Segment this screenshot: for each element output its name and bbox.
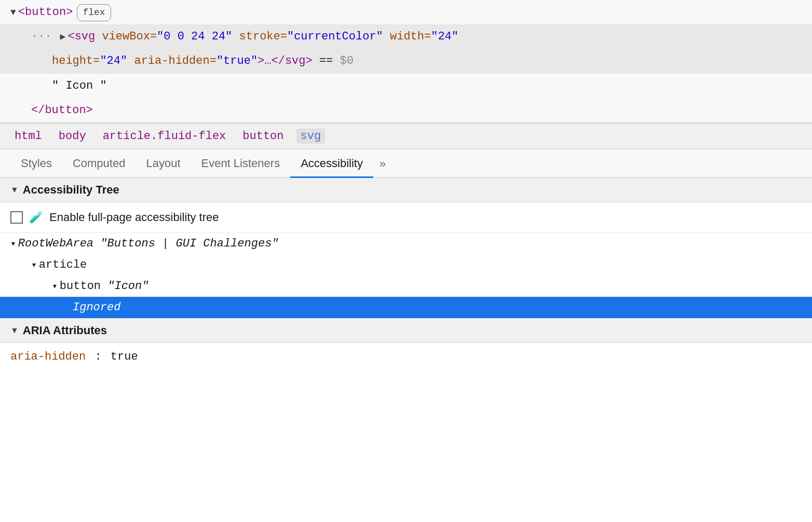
tree-ignored[interactable]: Ignored [0, 297, 812, 318]
flex-badge: flex [77, 4, 111, 21]
tree-button-label: button [60, 280, 101, 293]
attr-stroke: stroke= [239, 28, 287, 46]
tree-chevron-button: ▾ [52, 280, 58, 292]
attr-stroke-value: "currentColor" [287, 28, 383, 46]
breadcrumb-sep-4 [288, 130, 296, 142]
breadcrumb-body[interactable]: body [55, 129, 90, 144]
tag-button-open: <button> [18, 3, 73, 21]
triangle-svg-icon: ▶ [60, 30, 66, 45]
attr-height: height= [52, 52, 100, 70]
tree-root-value: "Buttons | GUI Challenges" [93, 237, 278, 250]
tabs-bar: Styles Computed Layout Event Listeners A… [0, 149, 812, 178]
breadcrumb-html[interactable]: html [10, 129, 46, 144]
breadcrumb-bar: html body article.fluid-flex button svg [0, 123, 812, 149]
tab-more-button[interactable]: » [373, 150, 392, 177]
aria-hidden-attr-value: true [111, 350, 138, 363]
enable-label: Enable full-page accessibility tree [49, 211, 219, 224]
dom-line-button-close[interactable]: </button> [0, 98, 812, 122]
attr-height-value: "24" [100, 52, 127, 70]
accessibility-tree-title: Accessibility Tree [23, 183, 119, 197]
aria-attributes-header: ▼ ARIA Attributes [0, 318, 812, 343]
tab-styles[interactable]: Styles [10, 149, 62, 178]
enable-checkbox[interactable] [10, 211, 23, 224]
dollar-ref: $0 [340, 52, 354, 70]
tree-article-label: article [39, 258, 87, 271]
text-node-icon: " Icon " [52, 77, 107, 95]
attr-width: width= [390, 28, 431, 46]
aria-attributes-title: ARIA Attributes [23, 324, 107, 337]
attr-viewbox: viewBox= [102, 28, 157, 46]
attr-aria-hidden: aria-hidden= [134, 52, 216, 70]
breadcrumb-sep-3 [230, 130, 238, 142]
breadcrumb-article[interactable]: article.fluid-flex [99, 129, 231, 144]
tree-button-value: "Icon" [101, 280, 148, 293]
accessibility-tree-header: ▼ Accessibility Tree [0, 178, 812, 202]
tree-chevron-article: ▾ [31, 259, 37, 270]
tab-layout[interactable]: Layout [136, 149, 191, 178]
attr-viewbox-value: "0 0 24 24" [157, 28, 232, 46]
tag-button-close: </button> [31, 101, 93, 119]
enable-row[interactable]: 🧪 Enable full-page accessibility tree [0, 202, 812, 233]
tag-svg-close-inline: >…</svg> [258, 52, 313, 70]
aria-hidden-row: aria-hidden : true [0, 343, 812, 370]
tree-chevron-root: ▾ [10, 238, 16, 249]
breadcrumb-svg[interactable]: svg [296, 129, 326, 144]
breadcrumb-button[interactable]: button [238, 129, 288, 144]
tab-accessibility[interactable]: Accessibility [290, 149, 373, 178]
tree-root-label: RootWebArea [18, 237, 93, 250]
flask-icon: 🧪 [29, 211, 43, 224]
tree-article[interactable]: ▾ article [0, 254, 812, 276]
dom-line-button-open[interactable]: ▼ <button> flex [0, 0, 812, 24]
tab-computed[interactable]: Computed [62, 149, 136, 178]
breadcrumb-sep-2 [90, 130, 99, 142]
dom-inspector: ▼ <button> flex ··· ▶ <svg viewBox="0 0 … [0, 0, 812, 123]
aria-section-triangle-icon: ▼ [10, 326, 19, 335]
breadcrumb-sep-1 [46, 130, 55, 142]
triangle-icon: ▼ [10, 5, 16, 20]
dom-line-svg-cont: height="24" aria-hidden="true">…</svg> =… [0, 49, 812, 73]
tree-root-web-area[interactable]: ▾ RootWebArea "Buttons | GUI Challenges" [0, 233, 812, 254]
section-triangle-icon: ▼ [10, 185, 19, 195]
ellipsis-button[interactable]: ··· [31, 30, 52, 43]
dom-line-svg[interactable]: ··· ▶ <svg viewBox="0 0 24 24" stroke="c… [0, 24, 812, 49]
aria-colon: : [94, 350, 101, 363]
main-panel: ▼ Accessibility Tree 🧪 Enable full-page … [0, 178, 812, 370]
tab-event-listeners[interactable]: Event Listeners [191, 149, 291, 178]
attr-width-value: "24" [431, 28, 458, 46]
tree-ignored-label: Ignored [73, 301, 120, 314]
aria-hidden-attr-name: aria-hidden [10, 350, 86, 363]
tree-button[interactable]: ▾ button "Icon" [0, 276, 812, 297]
tag-svg: <svg [67, 28, 95, 46]
attr-aria-hidden-value: "true" [216, 52, 258, 70]
dom-line-text-icon[interactable]: " Icon " [0, 74, 812, 98]
